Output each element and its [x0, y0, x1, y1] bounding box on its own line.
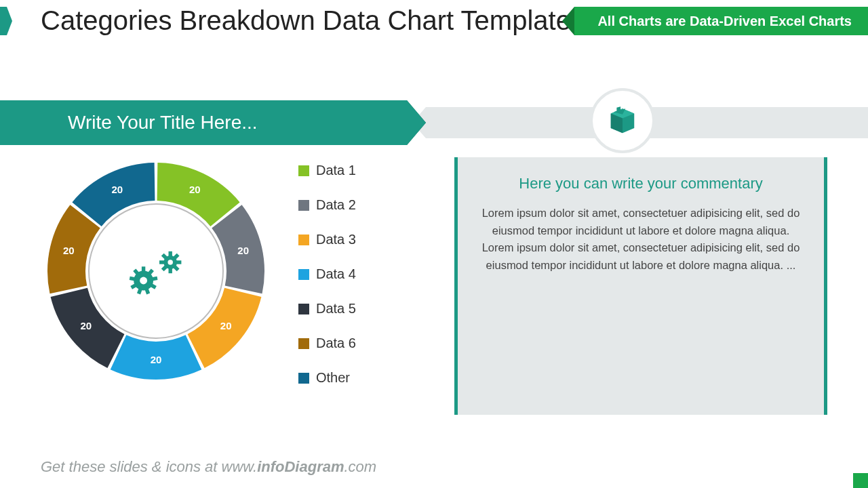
accent-bottom-right — [853, 473, 868, 488]
svg-rect-16 — [169, 268, 172, 273]
legend-label: Data 1 — [316, 163, 356, 178]
donut-label: 20 — [237, 245, 249, 256]
legend: Data 1Data 2Data 3Data 4Data 5Data 6Othe… — [298, 163, 356, 405]
donut-label: 20 — [189, 184, 201, 195]
legend-label: Data 5 — [316, 301, 356, 317]
banner-title: Write Your Title Here... — [68, 112, 258, 134]
legend-swatch — [298, 304, 309, 314]
legend-item: Data 1 — [298, 163, 356, 178]
svg-rect-5 — [144, 288, 150, 294]
banner-teal: Write Your Title Here... — [0, 100, 407, 145]
legend-item: Data 4 — [298, 266, 356, 282]
legend-swatch — [298, 165, 309, 176]
footer-prefix: Get these slides & icons at www. — [41, 458, 257, 475]
donut-chart: 20202020202020 — [41, 156, 285, 400]
title-banner: Write Your Title Here... — [0, 100, 868, 145]
legend-label: Data 2 — [316, 197, 356, 213]
legend-label: Data 3 — [316, 232, 356, 247]
footer-suffix: .com — [344, 458, 377, 475]
legend-swatch — [298, 373, 309, 384]
legend-label: Other — [316, 370, 350, 386]
ribbon-badge: All Charts are Data-Driven Excel Charts — [574, 7, 868, 35]
commentary-panel: Here you can write your commentary Lorem… — [454, 157, 827, 415]
donut-label: 20 — [63, 245, 75, 256]
legend-item: Other — [298, 370, 356, 386]
donut-label: 20 — [220, 320, 232, 331]
page-title: Categories Breakdown Data Chart Template — [41, 5, 571, 36]
svg-rect-18 — [159, 260, 165, 264]
accent-left — [0, 7, 7, 35]
gears-icon — [122, 244, 197, 305]
legend-swatch — [298, 235, 309, 245]
legend-item: Data 3 — [298, 232, 356, 247]
svg-rect-6 — [137, 288, 142, 294]
legend-swatch — [298, 338, 309, 349]
legend-label: Data 6 — [316, 336, 356, 351]
commentary-title: Here you can write your commentary — [478, 175, 804, 192]
slide: Categories Breakdown Data Chart Template… — [0, 0, 868, 488]
box-icon-circle — [590, 88, 655, 153]
legend-swatch — [298, 269, 309, 280]
donut-label: 20 — [80, 320, 92, 331]
svg-rect-12 — [169, 251, 172, 257]
box-icon — [607, 104, 638, 138]
donut-label: 20 — [151, 354, 162, 365]
ribbon-text: All Charts are Data-Driven Excel Charts — [597, 14, 852, 29]
footer-text: Get these slides & icons at www.infoDiag… — [41, 458, 376, 476]
legend-item: Data 5 — [298, 301, 356, 317]
legend-swatch — [298, 200, 309, 211]
commentary-body: Lorem ipsum dolor sit amet, consectetuer… — [478, 205, 804, 274]
legend-label: Data 4 — [316, 266, 356, 282]
legend-item: Data 6 — [298, 336, 356, 351]
svg-point-10 — [140, 277, 147, 285]
legend-item: Data 2 — [298, 197, 356, 213]
donut-label: 20 — [111, 184, 123, 195]
svg-rect-1 — [142, 266, 145, 272]
svg-point-20 — [167, 260, 173, 265]
svg-rect-14 — [176, 260, 181, 264]
footer-bold: infoDiagram — [257, 458, 344, 475]
